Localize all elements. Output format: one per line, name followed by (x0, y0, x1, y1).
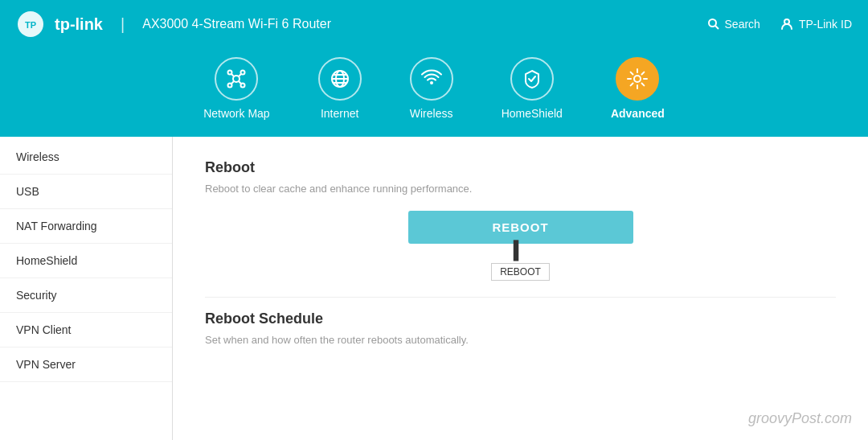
sidebar-item-nat-forwarding[interactable]: NAT Forwarding (0, 209, 172, 244)
nav-label-network-map: Network Map (203, 107, 269, 120)
top-bar: TP tp-link | AX3000 4-Stream Wi-Fi 6 Rou… (0, 0, 868, 48)
schedule-title: Reboot Schedule (205, 310, 836, 327)
nav-item-advanced[interactable]: Advanced (611, 57, 665, 120)
nav-item-network-map[interactable]: Network Map (203, 57, 269, 120)
svg-line-10 (231, 74, 234, 76)
svg-point-19 (430, 81, 433, 84)
reboot-desc: Reboot to clear cache and enhance runnin… (205, 183, 836, 195)
reboot-button-area: REBOOT ▍ REBOOT (205, 211, 836, 281)
nav-item-homeshield[interactable]: HomeShield (502, 57, 563, 120)
sidebar-item-wireless[interactable]: Wireless (0, 140, 172, 175)
search-button[interactable]: Search (707, 18, 760, 31)
watermark: groovyPost.com (748, 410, 852, 427)
tplink-id-button[interactable]: TP-Link ID (780, 17, 852, 31)
svg-line-11 (240, 74, 242, 76)
content-area: Reboot Reboot to clear cache and enhance… (173, 137, 868, 440)
nav-icon-network-map (215, 57, 258, 101)
nav-item-wireless[interactable]: Wireless (410, 57, 453, 120)
nav-icon-homeshield (510, 57, 554, 101)
nav-label-wireless: Wireless (410, 107, 453, 120)
reboot-button[interactable]: REBOOT (408, 211, 633, 244)
nav-icon-advanced (616, 57, 659, 101)
model-name: AX3000 4-Stream Wi-Fi 6 Router (142, 17, 331, 31)
svg-line-3 (715, 26, 719, 29)
header-divider: | (121, 15, 125, 34)
nav-label-advanced: Advanced (611, 107, 665, 120)
reboot-tooltip: REBOOT (491, 263, 550, 281)
sidebar-item-usb[interactable]: USB (0, 175, 172, 209)
sidebar-item-homeshield[interactable]: HomeShield (0, 244, 172, 278)
nav-icon-wireless (410, 57, 453, 101)
sidebar-item-vpn-server[interactable]: VPN Server (0, 347, 172, 382)
nav-bar: Network Map Internet Wireless (0, 48, 868, 137)
section-divider (205, 297, 836, 298)
svg-point-20 (634, 76, 641, 82)
sidebar: Wireless USB NAT Forwarding HomeShield S… (0, 137, 173, 440)
nav-icon-internet (318, 57, 362, 101)
svg-line-13 (240, 81, 242, 84)
schedule-desc: Set when and how often the router reboot… (205, 334, 836, 346)
logo-area: TP tp-link | AX3000 4-Stream Wi-Fi 6 Rou… (16, 10, 331, 39)
search-label: Search (725, 18, 760, 31)
svg-text:TP: TP (25, 20, 36, 30)
main-wrapper: Wireless USB NAT Forwarding HomeShield S… (0, 137, 868, 440)
svg-point-2 (709, 19, 716, 27)
cursor-icon: ▍ (514, 241, 527, 261)
tplink-logo: TP (16, 10, 45, 39)
top-right-actions: Search TP-Link ID (707, 17, 852, 31)
reboot-title: Reboot (205, 159, 836, 176)
nav-label-internet: Internet (321, 107, 358, 120)
svg-line-12 (231, 81, 234, 84)
svg-point-5 (233, 76, 240, 82)
tplink-id-label: TP-Link ID (799, 18, 852, 31)
sidebar-item-security[interactable]: Security (0, 278, 172, 313)
sidebar-item-vpn-client[interactable]: VPN Client (0, 313, 172, 347)
nav-label-homeshield: HomeShield (502, 107, 563, 120)
brand-name: tp-link (55, 15, 103, 34)
nav-item-internet[interactable]: Internet (318, 57, 362, 120)
